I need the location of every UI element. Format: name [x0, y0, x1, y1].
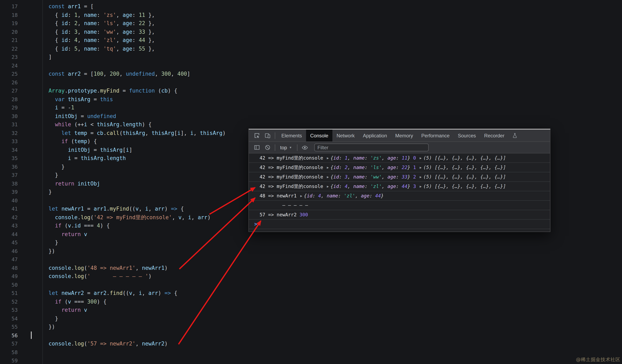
code-token: ,: [145, 130, 152, 136]
code-line[interactable]: 53 return v: [0, 306, 622, 314]
expand-icon[interactable]: ▶: [420, 173, 422, 182]
expand-icon[interactable]: ▶: [300, 192, 302, 201]
code-line[interactable]: 30 initObj = undefined: [0, 112, 622, 120]
console-output: 42 => myFind里的console ▶{id: 1, name: 'zs…: [249, 153, 550, 220]
console-row[interactable]: 42 => myFind里的console ▶{id: 3, name: 'ww…: [249, 172, 550, 182]
code-token: id: [61, 12, 68, 18]
line-number: 22: [0, 45, 18, 53]
code-token: undefined: [87, 113, 116, 119]
line-number: 31: [0, 120, 18, 129]
code-line[interactable]: 18 { id: 1, name: 'zs', age: 11 },: [0, 11, 622, 19]
console-row[interactable]: 57 => newArr2 300: [249, 210, 550, 220]
console-row[interactable]: 48 => newArr1 ▶{id: 4, name: 'zl', age: …: [249, 191, 550, 201]
code-token: [49, 147, 68, 153]
code-line[interactable]: 45 }: [0, 239, 622, 247]
expand-icon[interactable]: ▶: [327, 173, 329, 182]
code-line[interactable]: 22 { id: 5, name: 'tq', age: 55 },: [0, 45, 622, 53]
clear-console-icon[interactable]: [262, 142, 273, 153]
expand-icon[interactable]: ▶: [327, 163, 329, 172]
code-line[interactable]: 54 }: [0, 314, 622, 323]
expand-icon[interactable]: ▶: [420, 154, 422, 163]
code-token: .: [107, 290, 110, 296]
tab-console[interactable]: Console: [306, 130, 332, 141]
code-token: [49, 298, 55, 305]
tab-memory[interactable]: Memory: [391, 130, 417, 141]
code-token: :: [132, 12, 139, 18]
code-line[interactable]: 27Array.prototype.myFind = function (cb)…: [0, 87, 622, 95]
console-token: ,: [382, 174, 388, 180]
code-line[interactable]: 26: [0, 78, 622, 87]
console-token: {: [330, 165, 333, 170]
code-token: console: [55, 214, 78, 220]
console-token: id: [333, 183, 339, 189]
tab-performance[interactable]: Performance: [417, 130, 454, 141]
context-selector[interactable]: top ▼: [277, 145, 295, 150]
console-row[interactable]: 42 => myFind里的console ▶{id: 2, name: 'ls…: [249, 163, 550, 172]
expand-icon[interactable]: ▶: [327, 182, 329, 191]
console-row[interactable]: 42 => myFind里的console ▶{id: 1, name: 'zs…: [249, 153, 550, 163]
code-line[interactable]: 25const arr2 = [100, 200, undefined, 300…: [0, 70, 622, 78]
code-token: ]: [49, 54, 52, 60]
code-token: .: [107, 206, 110, 212]
tab-network[interactable]: Network: [332, 130, 359, 141]
console-row[interactable]: — — — — —: [249, 201, 550, 210]
code-line[interactable]: 29 i = -1: [0, 104, 622, 112]
code-token: :: [68, 20, 74, 26]
code-token: id: [61, 20, 68, 26]
code-line[interactable]: 51let newArr2 = arr2.find((v, i, arr) =>…: [0, 289, 622, 298]
tab-sources[interactable]: Sources: [454, 130, 480, 141]
tab-elements[interactable]: Elements: [277, 130, 306, 141]
context-selector-label: top: [280, 145, 287, 150]
code-text: console.log(' — — — — — '): [49, 272, 152, 281]
code-line[interactable]: 49console.log(' — — — — — '): [0, 272, 622, 281]
toolbar-divider: [275, 144, 275, 151]
code-token: :: [132, 29, 139, 35]
code-line[interactable]: 58: [0, 348, 622, 357]
code-line[interactable]: 24: [0, 61, 622, 70]
code-line[interactable]: 55}): [0, 323, 622, 331]
device-toolbar-icon[interactable]: [262, 130, 273, 141]
expand-icon[interactable]: ▶: [327, 154, 329, 163]
code-line[interactable]: 59: [0, 357, 622, 364]
code-token: arr: [198, 214, 207, 220]
code-token: name: [84, 29, 97, 35]
inspect-element-icon[interactable]: [251, 130, 262, 141]
expand-icon[interactable]: ▶: [420, 182, 422, 191]
code-token: },: [145, 29, 155, 35]
code-line[interactable]: 46}): [0, 247, 622, 255]
code-line[interactable]: 20 { id: 3, name: 'ww', age: 33 },: [0, 28, 622, 36]
console-token: 42 => myFind里的console: [260, 165, 326, 170]
code-text: }: [49, 314, 58, 323]
code-line[interactable]: 57console.log('57 => newArr2', newArr2): [0, 340, 622, 348]
line-number: 44: [0, 230, 18, 239]
code-token: undefined: [126, 71, 155, 77]
code-line[interactable]: 28 var thisArg = this: [0, 95, 622, 104]
code-line[interactable]: 47: [0, 255, 622, 264]
console-sidebar-icon[interactable]: [251, 142, 262, 153]
flask-icon[interactable]: [509, 130, 520, 141]
code-line[interactable]: 17const arr1 = [: [0, 2, 622, 11]
code-token: id: [61, 29, 68, 35]
code-line[interactable]: 19 { id: 2, name: 'ls', age: 22 },: [0, 19, 622, 28]
watermark: @稀土掘金技术社区: [576, 357, 620, 363]
tab-recorder[interactable]: Recorder: [480, 130, 509, 141]
console-row[interactable]: 42 => myFind里的console ▶{id: 4, name: 'zl…: [249, 182, 550, 191]
console-prompt[interactable]: >: [249, 220, 550, 229]
tab-application[interactable]: Application: [359, 130, 391, 141]
code-line[interactable]: 48console.log('48 => newArr1', newArr1): [0, 264, 622, 272]
code-token: {: [49, 29, 61, 35]
code-token: const: [49, 3, 65, 9]
expand-icon[interactable]: ▶: [420, 163, 422, 172]
code-line[interactable]: 23]: [0, 53, 622, 61]
code-line[interactable]: 52 if (v === 300) {: [0, 298, 622, 306]
line-number: 21: [0, 36, 18, 45]
console-filter-input[interactable]: [314, 144, 428, 151]
console-token: 11: [402, 155, 408, 161]
code-line[interactable]: 31 while (++i < thisArg.length) {: [0, 120, 622, 129]
live-expression-eye-icon[interactable]: [299, 142, 310, 153]
code-line[interactable]: 21 { id: 4, name: 'zl', age: 44 },: [0, 36, 622, 45]
code-line[interactable]: 50: [0, 281, 622, 289]
code-token: :: [97, 45, 103, 52]
line-number: 17: [0, 2, 18, 11]
code-line[interactable]: 56: [0, 331, 622, 340]
